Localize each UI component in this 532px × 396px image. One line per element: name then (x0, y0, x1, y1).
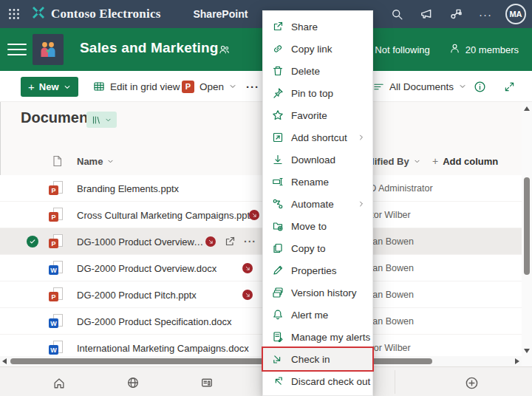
file-type-column-icon[interactable] (52, 155, 63, 169)
checked-out-icon (249, 210, 259, 220)
info-button[interactable] (474, 71, 486, 102)
word-file-icon: W (49, 341, 64, 355)
menu-item-pin-to-top[interactable]: Pin to top (263, 82, 372, 104)
teams-icon[interactable] (219, 44, 230, 58)
menu-item-properties[interactable]: Properties (263, 259, 372, 281)
info-icon (474, 81, 486, 93)
powerpoint-icon: P (182, 81, 194, 93)
menu-item-share[interactable]: Share (263, 16, 372, 38)
add-icon[interactable] (463, 375, 480, 391)
scroll-up-arrow[interactable] (524, 106, 530, 111)
members-button[interactable]: 20 members (449, 43, 519, 56)
copy-link-icon (272, 43, 284, 55)
view-lines-icon (373, 81, 384, 92)
check-in-icon (272, 353, 284, 365)
search-icon[interactable] (384, 1, 409, 27)
menu-item-alert-me[interactable]: Alert me (263, 304, 372, 326)
menu-item-copy-link[interactable]: Copy link (263, 38, 372, 60)
download-icon (272, 154, 284, 165)
chevron-down-icon (229, 83, 236, 90)
add-column-button[interactable]: + Add column (432, 148, 498, 174)
table-row[interactable]: P DG-2000 Product Pitch.pptx Megan Bowen (0, 281, 522, 308)
table-row[interactable]: P Cross Cultural Marketing Campaigns.ppt… (0, 202, 522, 228)
members-label: 20 members (466, 44, 519, 55)
library-view-badge[interactable] (86, 112, 117, 128)
hamburger-icon[interactable] (7, 41, 27, 58)
file-name[interactable]: DG-2000 Product Specification.docx (77, 308, 232, 335)
more-icon[interactable]: ··· (473, 1, 498, 27)
menu-item-download[interactable]: Download (263, 148, 372, 171)
version-history-icon (272, 287, 284, 298)
context-menu: Share Copy link Delete Pin to top Favori… (262, 10, 373, 396)
chevron-down-icon (64, 83, 71, 91)
submenu-chevron-icon (358, 199, 365, 210)
file-name[interactable]: DG-2000 Product Pitch.pptx (77, 281, 197, 308)
globe-icon[interactable] (125, 375, 141, 391)
chevron-down-icon (107, 158, 114, 165)
vertical-scrollbar[interactable] (522, 102, 532, 366)
alert-icon (272, 309, 284, 321)
brand[interactable]: Contoso Electronics (31, 5, 160, 23)
menu-item-favorite[interactable]: Favorite (263, 104, 372, 126)
table-row[interactable]: P Branding Elements.pptx MOD Administrat… (0, 175, 522, 202)
table-header: Name Modified By + Add column (0, 148, 522, 174)
copy-to-icon (272, 242, 284, 254)
menu-item-automate[interactable]: Automate (263, 193, 372, 215)
announcements-icon[interactable] (414, 1, 439, 27)
scroll-right-arrow[interactable] (515, 358, 519, 364)
horizontal-scrollbar[interactable] (0, 356, 522, 366)
automate-icon (272, 198, 284, 210)
column-header-name[interactable]: Name (77, 148, 114, 174)
selected-check-icon[interactable] (27, 236, 38, 248)
follow-label: Not following (375, 44, 429, 55)
menu-item-add-shortcut[interactable]: Add shortcut (263, 126, 372, 148)
menu-item-version-history[interactable]: Version history (263, 281, 372, 304)
menu-item-manage-my-alerts[interactable]: Manage my alerts (263, 326, 372, 348)
menu-item-delete[interactable]: Delete (263, 60, 372, 82)
menu-item-check-in[interactable]: Check in (263, 348, 372, 370)
grid-icon (93, 81, 105, 92)
avatar[interactable]: MA (505, 4, 526, 24)
menu-item-copy-to[interactable]: Copy to (263, 237, 372, 259)
product-name[interactable]: SharePoint (193, 8, 248, 20)
expand-icon (504, 81, 515, 92)
file-name[interactable]: Branding Elements.pptx (77, 175, 179, 202)
rename-icon (272, 176, 284, 188)
vertical-scroll-thumb[interactable] (524, 177, 530, 275)
discard-checkout-icon (272, 375, 284, 387)
app-launcher-icon[interactable] (0, 0, 28, 28)
chevron-down-icon (105, 117, 112, 123)
powerpoint-file-icon: P (49, 287, 64, 302)
chevron-down-icon (414, 158, 420, 165)
row-more-button[interactable]: ··· (244, 228, 256, 255)
submenu-chevron-icon (358, 132, 365, 143)
table-row[interactable]: W DG-2000 Product Specification.docx Meg… (0, 308, 522, 335)
site-logo[interactable] (33, 34, 64, 65)
scroll-left-arrow[interactable] (2, 358, 7, 364)
delete-icon (272, 65, 284, 77)
scroll-down-arrow[interactable] (524, 349, 530, 353)
menu-item-discard-check-out[interactable]: Discard check out (263, 370, 372, 392)
document-list: P Branding Elements.pptx MOD Administrat… (0, 175, 522, 361)
word-file-icon: W (49, 314, 64, 329)
file-name[interactable]: DG-1000 Product Overview.pptx (77, 228, 204, 255)
brand-name: Contoso Electronics (51, 7, 160, 21)
new-button[interactable]: + New (21, 77, 78, 97)
menu-item-move-to[interactable]: Move to (263, 215, 372, 237)
share-icon[interactable] (224, 236, 236, 250)
command-more-button[interactable]: ··· (246, 71, 259, 102)
table-row-selected[interactable]: P DG-1000 Product Overview.pptx ··· Mega… (0, 228, 522, 255)
news-icon[interactable] (199, 375, 215, 391)
powerpoint-file-icon: P (49, 234, 64, 249)
open-button[interactable]: P Open (182, 71, 236, 102)
word-file-icon: W (49, 261, 64, 276)
home-icon[interactable] (51, 375, 67, 391)
menu-item-rename[interactable]: Rename (263, 171, 372, 193)
file-name[interactable]: Cross Cultural Marketing Campaigns.pptx (77, 202, 255, 228)
view-selector[interactable]: All Documents (373, 71, 466, 102)
edit-grid-view-button[interactable]: Edit in grid view (93, 71, 180, 102)
settings-icon[interactable] (443, 1, 468, 27)
file-name[interactable]: DG-2000 Product Overview.docx (77, 255, 216, 281)
table-row[interactable]: W DG-2000 Product Overview.docx Megan Bo… (0, 255, 522, 281)
expand-button[interactable] (504, 71, 515, 102)
